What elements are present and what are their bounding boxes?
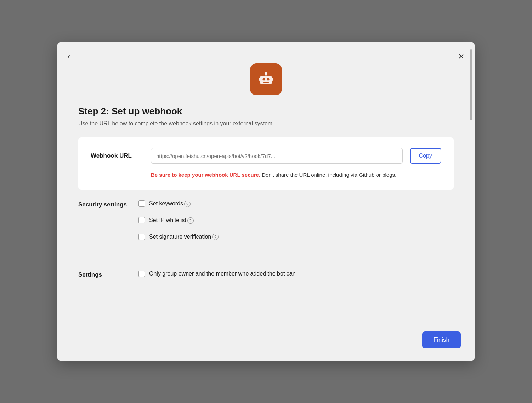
security-warning-red-text: Be sure to keep your webhook URL secure. bbox=[151, 172, 260, 178]
webhook-url-label: Webhook URL bbox=[91, 152, 144, 159]
svg-point-5 bbox=[265, 72, 267, 74]
settings-options: Only group owner and the member who adde… bbox=[138, 271, 296, 277]
security-settings-row: Security settings Set keywords? Set IP w… bbox=[78, 200, 454, 240]
security-settings-label: Security settings bbox=[78, 200, 131, 208]
ip-whitelist-help-icon[interactable]: ? bbox=[187, 217, 194, 224]
divider bbox=[78, 260, 454, 260]
ip-whitelist-checkbox[interactable] bbox=[138, 217, 145, 223]
keywords-checkbox[interactable] bbox=[138, 200, 145, 207]
finish-button[interactable]: Finish bbox=[422, 331, 461, 348]
settings-label: Settings bbox=[78, 271, 131, 278]
back-button[interactable]: ‹ bbox=[68, 53, 70, 61]
robot-icon bbox=[250, 63, 282, 95]
ip-whitelist-label: Set IP whitelist? bbox=[149, 217, 194, 224]
webhook-url-input[interactable] bbox=[151, 148, 403, 164]
keywords-label: Set keywords? bbox=[149, 200, 191, 207]
step-title: Step 2: Set up webhook bbox=[78, 106, 454, 117]
list-item: Set IP whitelist? bbox=[138, 217, 219, 224]
signature-label: Set signature verification? bbox=[149, 234, 219, 240]
modal-container: ‹ ✕ bbox=[57, 42, 475, 361]
step-description: Use the URL below to complete the webhoo… bbox=[78, 120, 454, 127]
modal-overlay: ‹ ✕ bbox=[0, 0, 532, 403]
owner-checkbox[interactable] bbox=[138, 271, 145, 277]
list-item: Set signature verification? bbox=[138, 234, 219, 240]
svg-rect-6 bbox=[259, 78, 260, 81]
copy-button[interactable]: Copy bbox=[410, 148, 441, 164]
signature-help-icon[interactable]: ? bbox=[212, 234, 219, 240]
settings-bottom-row: Settings Only group owner and the member… bbox=[78, 271, 454, 278]
svg-point-1 bbox=[263, 78, 265, 81]
webhook-card: Webhook URL Copy Be sure to keep your we… bbox=[78, 137, 454, 190]
owner-label: Only group owner and the member who adde… bbox=[149, 271, 296, 277]
webhook-url-row: Webhook URL Copy bbox=[91, 148, 441, 164]
signature-checkbox[interactable] bbox=[138, 234, 145, 240]
svg-rect-7 bbox=[272, 78, 273, 81]
scrollbar[interactable] bbox=[470, 49, 472, 120]
list-item: Only group owner and the member who adde… bbox=[138, 271, 296, 277]
close-button[interactable]: ✕ bbox=[458, 53, 464, 61]
list-item: Set keywords? bbox=[138, 200, 219, 207]
security-warning: Be sure to keep your webhook URL secure.… bbox=[151, 171, 441, 179]
svg-point-2 bbox=[267, 78, 270, 81]
keywords-help-icon[interactable]: ? bbox=[184, 201, 191, 207]
security-settings-section: Security settings Set keywords? Set IP w… bbox=[78, 190, 454, 251]
security-warning-black-text: Don't share the URL online, including vi… bbox=[260, 172, 396, 178]
robot-icon-container bbox=[78, 63, 454, 95]
svg-rect-3 bbox=[263, 82, 269, 83]
svg-rect-0 bbox=[260, 76, 272, 84]
security-settings-options: Set keywords? Set IP whitelist? Set sign… bbox=[138, 200, 219, 240]
